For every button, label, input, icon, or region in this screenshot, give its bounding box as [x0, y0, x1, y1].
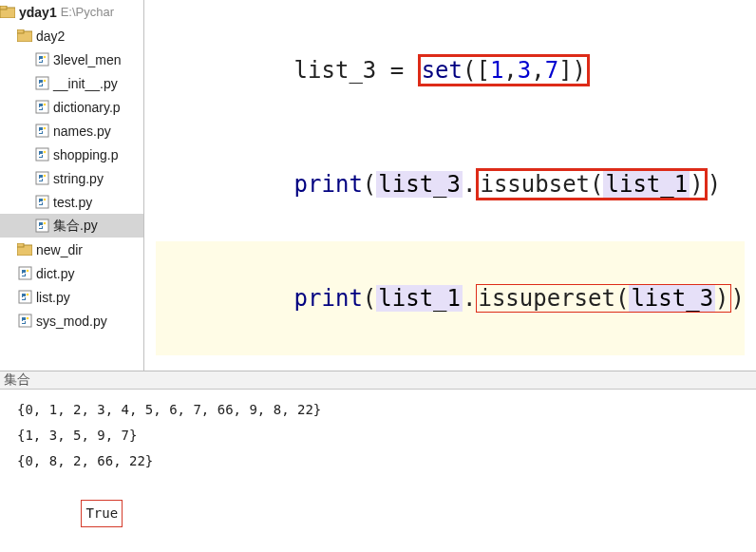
svg-point-5: [43, 56, 46, 59]
console-line: {0, 1, 2, 3, 4, 5, 6, 7, 66, 9, 8, 22}: [17, 397, 750, 423]
identifier: list_1: [603, 171, 690, 198]
close-paren: ): [731, 285, 745, 312]
python-file-icon: [17, 314, 32, 328]
file-label: 集合.py: [53, 218, 98, 235]
console-line: {0, 8, 2, 66, 22}: [17, 448, 750, 474]
comma: ,: [503, 57, 517, 84]
open-paren: (: [363, 285, 376, 312]
project-root[interactable]: yday1 E:\Pychar: [0, 0, 143, 24]
svg-point-27: [26, 317, 28, 320]
close-brackets: ]): [558, 57, 586, 84]
file-label: dictionary.p: [53, 100, 121, 115]
close-paren: ): [690, 171, 703, 198]
svg-rect-14: [36, 172, 48, 184]
python-file-icon: [34, 77, 49, 90]
highlight-issubset: issubset(list_1): [476, 168, 707, 200]
folder-item[interactable]: new_dir: [0, 238, 143, 261]
python-file-icon: [34, 196, 49, 209]
svg-point-23: [26, 270, 28, 273]
app-root: yday1 E:\Pychar day23level_men__init__.p…: [0, 0, 756, 552]
identifier: list_1: [376, 285, 463, 312]
highlight-true: True: [81, 500, 123, 527]
svg-point-9: [43, 104, 46, 106]
file-label: shopping.p: [53, 147, 119, 162]
python-file-icon: [17, 267, 32, 280]
console-output[interactable]: {0, 1, 2, 3, 4, 5, 6, 7, 66, 9, 8, 22} {…: [0, 390, 756, 552]
folder-icon: [17, 29, 32, 43]
project-sidebar: yday1 E:\Pychar day23level_men__init__.p…: [0, 0, 144, 371]
folder-item[interactable]: day2: [0, 24, 143, 48]
svg-rect-10: [36, 124, 48, 137]
code-editor[interactable]: list_3 = set([1,3,7]) print(list_3.issub…: [144, 0, 756, 371]
method-issuperset: issuperset: [478, 285, 615, 312]
file-label: test.py: [53, 195, 92, 210]
equals: =: [376, 57, 417, 84]
svg-point-13: [43, 151, 46, 154]
close-paren: ): [708, 171, 721, 198]
file-label: dict.py: [36, 266, 74, 281]
run-tab-label: 集合: [4, 371, 30, 389]
svg-rect-3: [17, 29, 24, 33]
svg-point-11: [43, 127, 46, 130]
comma: ,: [531, 57, 544, 84]
file-item[interactable]: dict.py: [0, 261, 143, 285]
python-file-icon: [34, 101, 49, 114]
svg-rect-26: [19, 314, 31, 327]
file-label: __init__.py: [53, 76, 118, 91]
file-item[interactable]: sys_mod.py: [0, 309, 143, 333]
file-item[interactable]: 3level_men: [0, 48, 143, 71]
code-line-2: print(list_3.issubset(list_1)): [156, 127, 745, 241]
python-file-icon: [34, 53, 49, 67]
svg-point-25: [26, 294, 28, 296]
svg-rect-4: [36, 53, 48, 66]
close-paren: ): [715, 285, 728, 312]
svg-rect-1: [0, 6, 7, 10]
code-line-3: print(list_1.issuperset(list_3)): [156, 241, 745, 355]
svg-rect-12: [36, 148, 48, 161]
file-label: sys_mod.py: [36, 314, 107, 329]
python-file-icon: [34, 124, 49, 138]
file-item[interactable]: 集合.py: [0, 214, 143, 238]
code-line-1: list_3 = set([1,3,7]): [156, 13, 745, 127]
num: 7: [545, 57, 558, 84]
num: 3: [518, 57, 531, 84]
console-line: {1, 3, 5, 9, 7}: [17, 423, 750, 448]
method-issubset: issubset: [480, 171, 590, 198]
folder-icon: [0, 6, 15, 19]
console-line-true: True: [17, 474, 750, 552]
file-label: day2: [36, 29, 65, 44]
project-tree[interactable]: day23level_men__init__.pydictionary.pnam…: [0, 24, 143, 333]
open-paren: (: [363, 171, 376, 198]
svg-rect-6: [36, 77, 48, 89]
file-item[interactable]: names.py: [0, 119, 143, 143]
file-item[interactable]: list.py: [0, 285, 143, 309]
open-paren: (: [615, 285, 629, 312]
dot: .: [463, 171, 476, 198]
svg-point-19: [43, 222, 46, 225]
svg-point-17: [43, 199, 46, 201]
file-item[interactable]: __init__.py: [0, 71, 143, 95]
num: 1: [490, 57, 503, 84]
project-root-label: yday1: [19, 5, 57, 20]
run-tab[interactable]: 集合: [0, 371, 756, 390]
builtin-print: print: [294, 285, 363, 312]
svg-rect-16: [36, 196, 48, 208]
highlight-set-call: set([1,3,7]): [418, 54, 590, 86]
file-item[interactable]: test.py: [0, 190, 143, 214]
python-file-icon: [34, 172, 49, 185]
svg-point-7: [43, 80, 46, 83]
folder-icon: [17, 243, 32, 257]
svg-rect-21: [17, 243, 24, 247]
project-root-path: E:\Pychar: [61, 5, 114, 19]
file-item[interactable]: dictionary.p: [0, 95, 143, 119]
svg-rect-22: [19, 267, 31, 279]
python-file-icon: [34, 219, 49, 233]
file-item[interactable]: shopping.p: [0, 143, 143, 166]
builtin-print: print: [294, 171, 363, 198]
svg-rect-8: [36, 101, 48, 113]
file-item[interactable]: string.py: [0, 166, 143, 190]
svg-rect-24: [19, 291, 31, 303]
open-paren: (: [590, 171, 603, 198]
file-label: new_dir: [36, 242, 83, 257]
svg-point-15: [43, 175, 46, 178]
